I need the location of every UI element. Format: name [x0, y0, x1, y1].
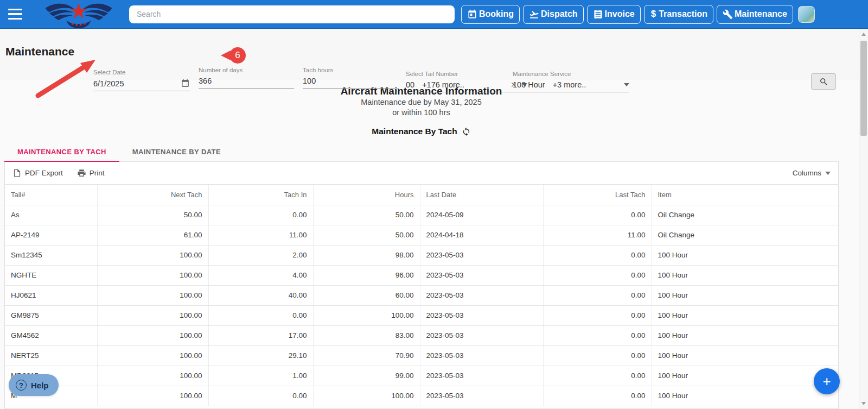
filter-bar: Maintenance Select Date 6/1/2025 Number …	[0, 29, 868, 79]
cell-tail: AP-2149	[5, 225, 97, 245]
add-button[interactable]: +	[814, 368, 840, 394]
refresh-icon[interactable]	[462, 127, 471, 136]
cell-next_tach: 100.00	[97, 325, 208, 345]
cell-hours: 98.00	[313, 245, 420, 265]
column-header-item[interactable]: Item	[652, 185, 838, 205]
table-row[interactable]: M100.000.00100.002023-05-030.00100 Hour	[5, 386, 838, 406]
search-input[interactable]	[129, 5, 455, 23]
page-title: Maintenance	[5, 45, 74, 58]
cell-tail: GM9875	[5, 305, 97, 325]
dollar-icon: $	[650, 9, 657, 20]
printer-icon	[77, 168, 86, 178]
cell-next_tach: 100.00	[97, 245, 208, 265]
cell-last_tach: 0.00	[543, 305, 652, 325]
cell-last_tach: 0.00	[543, 265, 652, 285]
top-navigation-bar: Booking Dispatch Invoice $ Transaction M…	[0, 0, 868, 29]
user-avatar[interactable]	[798, 6, 815, 23]
cell-item: 100 Hour	[652, 265, 838, 285]
column-header-last_date[interactable]: Last Date	[420, 185, 543, 205]
search-icon	[819, 77, 828, 86]
annotation-step-badge: 6	[221, 47, 248, 64]
maintenance-table: Tail#Next TachTach InHoursLast DateLast …	[5, 185, 838, 406]
cell-item: 100 Hour	[652, 245, 838, 265]
maintenance-button[interactable]: Maintenance	[717, 5, 793, 24]
invoice-button[interactable]: Invoice	[587, 5, 641, 24]
cell-last_date: 2023-05-03	[420, 345, 543, 366]
cell-next_tach: 100.00	[97, 386, 208, 406]
cell-next_tach: 100.00	[97, 285, 208, 305]
cell-last_date: 2023-05-03	[420, 386, 543, 406]
scrollbar-thumb[interactable]	[860, 41, 867, 136]
table-row[interactable]: HJ0621100.0040.0060.002023-05-030.00100 …	[5, 285, 838, 305]
cell-tach_in: 4.00	[208, 265, 313, 285]
cell-next_tach: 100.00	[97, 265, 208, 285]
cell-hours: 70.90	[313, 345, 420, 366]
cell-next_tach: 61.00	[97, 225, 208, 245]
cell-hours: 99.00	[313, 366, 420, 386]
cell-tach_in: 0.00	[208, 205, 313, 225]
cell-tach_in: 1.00	[208, 366, 313, 386]
menu-icon[interactable]	[8, 9, 22, 20]
cell-tach_in: 17.00	[208, 325, 313, 345]
tach-hours-field[interactable]: Tach hours 100	[303, 67, 399, 89]
table-row[interactable]: MD0615100.001.0099.002023-05-030.00100 H…	[5, 366, 838, 386]
cell-last_tach: 0.00	[543, 245, 652, 265]
table-row[interactable]: AP-214961.0011.0050.002024-04-1811.00Oil…	[5, 225, 838, 245]
cell-tail: Sm12345	[5, 245, 97, 265]
scroll-up-icon[interactable]	[861, 33, 866, 36]
select-date-value[interactable]: 6/1/2025	[93, 79, 124, 88]
cell-tail: As	[5, 205, 97, 225]
table-row[interactable]: NERT25100.0029.1070.902023-05-030.00100 …	[5, 345, 838, 366]
transaction-button[interactable]: $ Transaction	[644, 5, 713, 24]
pdf-export-button[interactable]: PDF Export	[12, 168, 63, 178]
column-header-hours[interactable]: Hours	[313, 185, 420, 205]
cell-tach_in: 11.00	[208, 225, 313, 245]
cell-last_date: 2023-05-03	[420, 285, 543, 305]
cell-tach_in: 0.00	[208, 305, 313, 325]
cell-hours: 60.00	[313, 285, 420, 305]
cell-item: Oil Change	[652, 225, 838, 245]
column-header-last_tach[interactable]: Last Tach	[543, 185, 652, 205]
table-row[interactable]: GM9875100.000.00100.002023-05-030.00100 …	[5, 305, 838, 325]
columns-dropdown[interactable]: Columns	[793, 169, 831, 177]
dispatch-button[interactable]: Dispatch	[523, 5, 584, 24]
calendar-picker-icon[interactable]	[181, 79, 190, 88]
tail-number-select[interactable]: Select Tail Number 00 +176 more..	[406, 71, 527, 92]
pdf-file-icon	[12, 168, 22, 178]
vertical-scrollbar[interactable]	[859, 29, 868, 409]
chevron-down-icon[interactable]	[624, 83, 629, 86]
cell-last_tach: 0.00	[543, 386, 652, 406]
help-label: Help	[31, 381, 49, 390]
cell-last_tach: 0.00	[543, 366, 652, 386]
table-row[interactable]: NGHTE100.004.0096.002023-05-030.00100 Ho…	[5, 265, 838, 285]
number-of-days-value[interactable]: 366	[199, 77, 212, 85]
print-button[interactable]: Print	[77, 168, 105, 178]
tab-maintenance-by-tach[interactable]: MAINTENANCE BY TACH	[4, 142, 119, 161]
maintenance-service-select[interactable]: Maintenance Service 100 Hour +3 more..	[513, 71, 629, 92]
help-button[interactable]: ? Help	[9, 374, 59, 396]
cell-item: 100 Hour	[652, 305, 838, 325]
select-date-field[interactable]: Select Date 6/1/2025	[93, 69, 190, 91]
tach-hours-value[interactable]: 100	[303, 77, 316, 85]
number-of-days-field[interactable]: Number of days 366	[199, 67, 294, 89]
cell-hours: 50.00	[313, 205, 420, 225]
cell-tach_in: 2.00	[208, 245, 313, 265]
tab-maintenance-by-date[interactable]: MAINTENANCE BY DATE	[119, 142, 234, 161]
cell-item: 100 Hour	[652, 345, 838, 366]
maintenance-service-more: +3 more..	[553, 80, 586, 89]
apply-search-button[interactable]	[811, 73, 836, 90]
wrench-icon	[723, 9, 733, 20]
column-header-tail[interactable]: Tail#	[5, 185, 97, 205]
table-row[interactable]: Sm12345100.002.0098.002023-05-030.00100 …	[5, 245, 838, 265]
booking-button[interactable]: Booking	[461, 5, 520, 24]
table-row[interactable]: GM4562100.0017.0083.002023-05-030.00100 …	[5, 325, 838, 345]
table-row[interactable]: As50.000.0050.002024-05-090.00Oil Change	[5, 205, 838, 225]
maintenance-service-value: 100 Hour	[513, 80, 545, 89]
column-header-tach_in[interactable]: Tach In	[208, 185, 313, 205]
scroll-down-icon[interactable]	[861, 402, 866, 405]
cell-last_tach: 0.00	[543, 205, 652, 225]
column-header-next_tach[interactable]: Next Tach	[97, 185, 208, 205]
cell-last_date: 2023-05-03	[420, 366, 543, 386]
number-of-days-label: Number of days	[199, 67, 294, 73]
cell-item: 100 Hour	[652, 325, 838, 345]
